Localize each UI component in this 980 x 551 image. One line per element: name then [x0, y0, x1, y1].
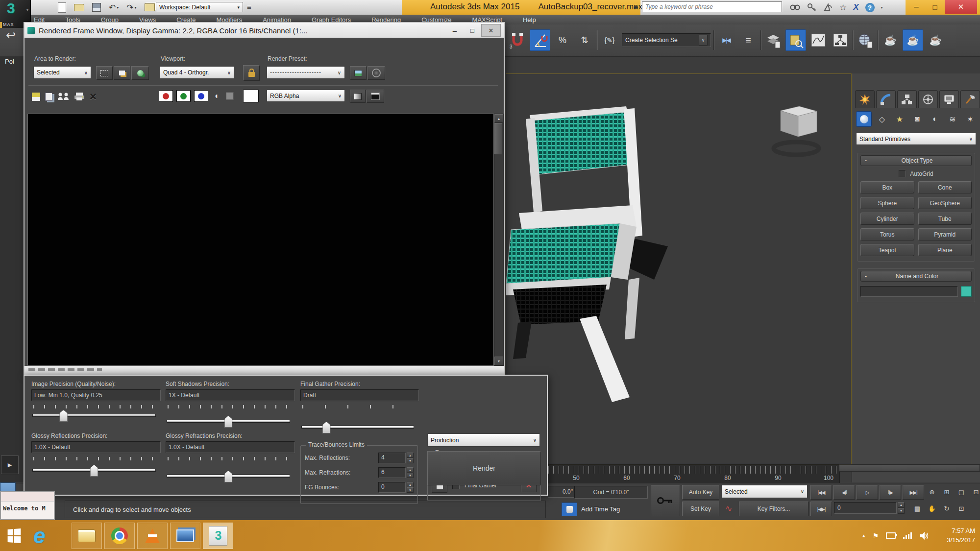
soft-shadows-slider[interactable] [167, 420, 290, 423]
fg-bounces-field[interactable]: 0 [378, 482, 406, 493]
slider-thumb[interactable] [322, 422, 331, 433]
slider-thumb[interactable] [59, 410, 68, 422]
communication-center-icon[interactable] [823, 3, 833, 12]
tab-modify[interactable] [876, 90, 896, 108]
next-frame-button[interactable]: ‖▶ [880, 485, 901, 500]
rfw-maximize-button[interactable]: □ [464, 24, 481, 36]
workspace-menu-icon[interactable]: ≡ [247, 3, 251, 11]
render-canvas[interactable] [27, 114, 494, 366]
delete-image-icon[interactable]: ✕ [89, 91, 97, 102]
coordinate-field-partial[interactable]: 0.0" [548, 486, 575, 498]
render-preset-dropdown[interactable]: --------------------- [267, 66, 345, 79]
play-button[interactable]: ▷ [857, 485, 878, 500]
lock-viewport-button[interactable] [243, 65, 260, 81]
search-icon[interactable] [790, 3, 801, 12]
frame-spinner-down[interactable] [898, 508, 905, 514]
green-channel-button[interactable] [176, 90, 191, 102]
angle-snap-icon[interactable] [530, 29, 550, 51]
selection-set-field[interactable]: Create Selection Se ∨ [622, 33, 711, 47]
layer-manager-icon[interactable] [763, 30, 783, 50]
copy-image-icon[interactable] [45, 93, 52, 101]
render-mode-dropdown[interactable]: Production [427, 433, 540, 447]
edit-named-selections-icon[interactable]: {✎} [600, 30, 619, 50]
spinner-up[interactable] [407, 453, 414, 458]
percent-snap-icon[interactable]: % [553, 30, 572, 50]
tab-create[interactable] [855, 90, 875, 108]
snap-toggle-icon[interactable]: 3 [508, 30, 527, 50]
primitive-category-dropdown[interactable]: Standard Primitives [856, 133, 976, 145]
mini-curve-editor-icon[interactable]: ▤ [910, 502, 924, 515]
vlc-button[interactable] [137, 523, 168, 549]
zoom-region-icon[interactable]: ▢ [955, 485, 968, 499]
current-frame-field[interactable]: 0 [834, 502, 897, 514]
tab-utilities[interactable] [960, 90, 980, 108]
blue-channel-button[interactable] [194, 90, 208, 102]
image-precision-slider[interactable] [32, 414, 156, 417]
rfw-close-button[interactable]: ✕ [481, 24, 501, 37]
object-color-swatch[interactable] [961, 286, 972, 297]
tray-clock[interactable]: 7:57 AM 3/15/2017 [947, 526, 975, 545]
torus-button[interactable]: Torus [860, 228, 914, 240]
auto-region-button[interactable] [114, 66, 130, 80]
curve-editor-icon[interactable] [808, 30, 828, 50]
helpers-category-icon[interactable]: ◐ [928, 112, 942, 126]
tube-button[interactable]: Tube [918, 213, 972, 225]
autogrid-checkbox[interactable] [899, 170, 906, 177]
chrome-button[interactable] [104, 523, 135, 549]
material-editor-icon[interactable] [785, 29, 806, 51]
open-folder-icon[interactable] [74, 4, 84, 11]
viewport-grab-button[interactable] [131, 66, 149, 80]
key-icon[interactable] [807, 3, 817, 12]
viewport-dropdown[interactable]: Quad 4 - Orthogr. [160, 66, 234, 79]
volume-icon[interactable] [919, 531, 929, 540]
rfw-minimize-button[interactable]: – [446, 24, 464, 36]
render-setup-button[interactable] [368, 66, 385, 80]
spinner-down[interactable] [407, 473, 414, 478]
action-center-icon[interactable]: ⚑ [872, 532, 879, 540]
viewport[interactable] [506, 73, 852, 464]
zoom-mode-icon[interactable]: ⊕ [925, 485, 939, 499]
network-icon[interactable] [903, 532, 912, 539]
zoom-extents-icon[interactable]: ⊞ [940, 485, 954, 499]
box-button[interactable]: Box [860, 181, 914, 193]
go-to-end-button[interactable]: ▶▶| [903, 485, 924, 500]
geosphere-button[interactable]: GeoSphere [918, 197, 972, 209]
glossy-refractions-slider[interactable] [167, 475, 290, 478]
spinner-up[interactable] [407, 482, 414, 487]
fov-icon[interactable]: ⊡ [969, 485, 980, 499]
save-image-icon[interactable] [31, 92, 41, 101]
auto-key-button[interactable]: Auto Key [682, 485, 719, 500]
welcome-window[interactable]: Welcome to M [0, 491, 55, 520]
tray-expand-icon[interactable]: ▴ [862, 532, 865, 539]
scroll-thumb[interactable] [494, 123, 502, 154]
spinner-up[interactable] [407, 467, 414, 473]
rfw-vscrollbar[interactable]: ▲ ▼ [494, 114, 504, 366]
favorites-icon[interactable]: ☆ [839, 2, 847, 13]
maximize-viewport-icon[interactable]: ⊡ [955, 502, 968, 515]
pyramid-button[interactable]: Pyramid [918, 228, 972, 240]
redo-button[interactable]: ↷ ▾ [126, 2, 136, 13]
render-button[interactable]: Render [427, 451, 541, 485]
lights-category-icon[interactable]: ★ [892, 112, 907, 126]
object-name-field[interactable] [860, 286, 958, 297]
default-in-out-tangents-button[interactable]: ∿ [721, 502, 736, 515]
pan-hand-icon[interactable]: ✋ [925, 502, 939, 515]
max-refractions-field[interactable]: 6 [378, 467, 406, 478]
selection-set-dropdown[interactable]: Selected [721, 485, 808, 498]
viewcube[interactable] [781, 106, 817, 137]
background-color-swatch[interactable] [243, 90, 259, 102]
add-time-tag[interactable]: Add Time Tag [581, 505, 620, 513]
teapot-button[interactable]: Teapot [860, 244, 914, 256]
scroll-up-arrow[interactable]: ▲ [494, 114, 503, 123]
render-setup-icon[interactable] [856, 30, 875, 50]
channel-display-dropdown[interactable]: RGB Alpha [267, 90, 345, 102]
orbit-icon[interactable]: ↻ [940, 502, 954, 515]
key-filters-button[interactable]: Key Filters... [739, 502, 808, 516]
help-icon[interactable]: ? [865, 3, 875, 12]
shapes-category-icon[interactable]: ◇ [875, 112, 889, 126]
slider-thumb[interactable] [224, 471, 233, 482]
cylinder-button[interactable]: Cylinder [860, 213, 914, 225]
scroll-down-arrow[interactable]: ▼ [494, 357, 503, 365]
print-icon[interactable] [74, 92, 85, 101]
menu-help[interactable]: Help [513, 15, 546, 24]
